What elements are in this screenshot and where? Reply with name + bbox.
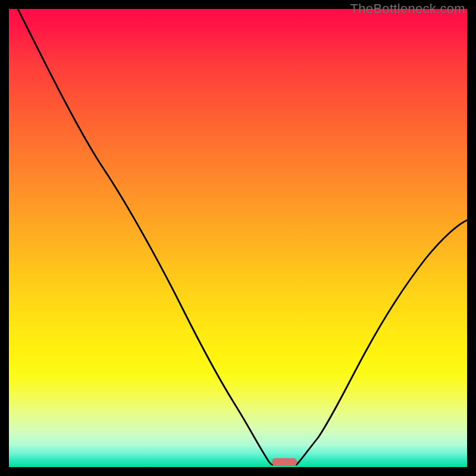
chart-frame — [9, 9, 467, 467]
chart-background-gradient — [9, 9, 467, 467]
optimal-marker — [272, 458, 297, 466]
watermark-text: TheBottleneck.com — [350, 1, 465, 17]
